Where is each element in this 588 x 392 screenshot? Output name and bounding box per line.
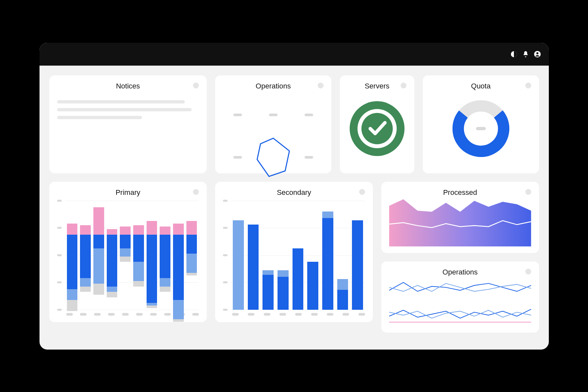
notices-placeholder-lines xyxy=(57,100,199,119)
x-tick-placeholder xyxy=(279,313,286,316)
half-circle-icon[interactable] xyxy=(510,51,517,58)
processed-area-chart xyxy=(389,197,531,246)
y-tick-placeholder xyxy=(57,309,62,311)
bar-column xyxy=(67,201,78,310)
bar-column xyxy=(322,212,333,310)
operations-line-chart xyxy=(389,276,531,326)
card-processed: Processed xyxy=(381,182,539,253)
card-menu-dot[interactable] xyxy=(318,83,324,88)
x-tick-placeholder xyxy=(264,313,270,316)
bell-icon[interactable] xyxy=(522,51,529,58)
bar-column xyxy=(147,201,157,310)
card-menu-dot[interactable] xyxy=(401,83,406,88)
x-tick-placeholder xyxy=(108,313,115,316)
axis-label-placeholder xyxy=(233,114,242,116)
card-menu-dot[interactable] xyxy=(359,189,365,195)
card-title: Operations xyxy=(389,268,531,276)
y-tick-placeholder xyxy=(57,281,62,283)
x-tick-placeholder xyxy=(192,313,199,316)
check-circle-icon xyxy=(348,99,406,158)
card-title: Servers xyxy=(348,82,406,90)
svg-marker-3 xyxy=(257,138,290,176)
bar-column xyxy=(107,201,118,310)
x-axis-labels xyxy=(223,313,365,316)
titlebar xyxy=(40,43,549,66)
x-tick-placeholder xyxy=(122,313,129,316)
x-tick-placeholder xyxy=(295,313,302,316)
user-icon[interactable] xyxy=(534,51,541,58)
axis-label-placeholder xyxy=(269,114,278,116)
x-tick-placeholder xyxy=(327,313,333,316)
card-menu-dot[interactable] xyxy=(193,83,199,88)
card-title: Notices xyxy=(57,82,199,90)
gridline xyxy=(231,310,365,310)
bar-column xyxy=(307,262,318,310)
svg-point-6 xyxy=(361,113,393,144)
x-tick-placeholder xyxy=(136,313,143,316)
notice-line xyxy=(57,108,192,111)
bar-column xyxy=(80,201,91,310)
bar-column xyxy=(293,248,304,309)
card-menu-dot[interactable] xyxy=(525,83,531,88)
x-tick-placeholder xyxy=(248,313,254,316)
bar-column xyxy=(278,270,289,309)
quota-center-placeholder xyxy=(476,127,486,130)
secondary-bar-chart xyxy=(223,201,365,310)
card-primary: Primary xyxy=(49,182,207,322)
card-operations-small: Operations xyxy=(215,75,331,173)
card-title: Primary xyxy=(57,188,199,197)
y-tick-placeholder xyxy=(223,281,228,283)
primary-bar-chart xyxy=(57,201,199,310)
bar-column xyxy=(262,270,274,309)
axis-label-placeholder xyxy=(305,114,313,116)
dashboard-content: Notices Operations Ser xyxy=(40,66,549,350)
card-operations-lines: Operations xyxy=(381,261,539,333)
card-menu-dot[interactable] xyxy=(525,269,531,274)
x-tick-placeholder xyxy=(232,313,239,316)
x-tick-placeholder xyxy=(342,313,349,316)
card-title: Processed xyxy=(389,188,531,197)
card-quota: Quota xyxy=(423,75,539,173)
bar-column xyxy=(352,220,363,310)
card-title: Secondary xyxy=(223,188,365,197)
axis-label-placeholder xyxy=(305,156,313,159)
notice-line xyxy=(57,116,142,119)
card-title: Operations xyxy=(223,82,324,90)
x-tick-placeholder xyxy=(358,313,365,316)
radar-chart xyxy=(252,136,294,179)
x-tick-placeholder xyxy=(150,313,157,316)
bar-column xyxy=(133,201,144,310)
y-tick-placeholder xyxy=(57,200,62,202)
x-tick-placeholder xyxy=(94,313,101,316)
svg-point-2 xyxy=(536,52,538,54)
card-menu-dot[interactable] xyxy=(525,189,531,195)
bar-column xyxy=(173,201,184,310)
x-tick-placeholder xyxy=(80,313,87,316)
x-tick-placeholder xyxy=(164,313,171,316)
app-window: Notices Operations Ser xyxy=(40,43,549,350)
card-notices: Notices xyxy=(49,75,207,173)
bar-column xyxy=(160,201,170,310)
card-title: Quota xyxy=(431,82,531,90)
bar-column xyxy=(248,225,259,310)
y-tick-placeholder xyxy=(223,309,228,311)
card-secondary: Secondary xyxy=(215,182,373,322)
bar-column xyxy=(337,279,348,310)
bar-column xyxy=(93,201,104,310)
card-menu-dot[interactable] xyxy=(193,189,199,195)
server-status-ok xyxy=(348,90,406,167)
y-tick-placeholder xyxy=(223,254,228,256)
right-column: Processed Operations xyxy=(381,182,539,322)
axis-label-placeholder xyxy=(233,156,242,159)
notice-line xyxy=(57,100,185,103)
card-servers: Servers xyxy=(340,75,414,173)
bar-column xyxy=(186,201,197,310)
y-tick-placeholder xyxy=(57,227,62,229)
x-tick-placeholder xyxy=(66,313,73,316)
quota-donut xyxy=(431,90,531,167)
y-tick-placeholder xyxy=(57,254,62,256)
y-tick-placeholder xyxy=(223,200,228,202)
bar-column xyxy=(233,220,244,310)
bar-column xyxy=(120,201,131,310)
y-tick-placeholder xyxy=(223,227,228,229)
